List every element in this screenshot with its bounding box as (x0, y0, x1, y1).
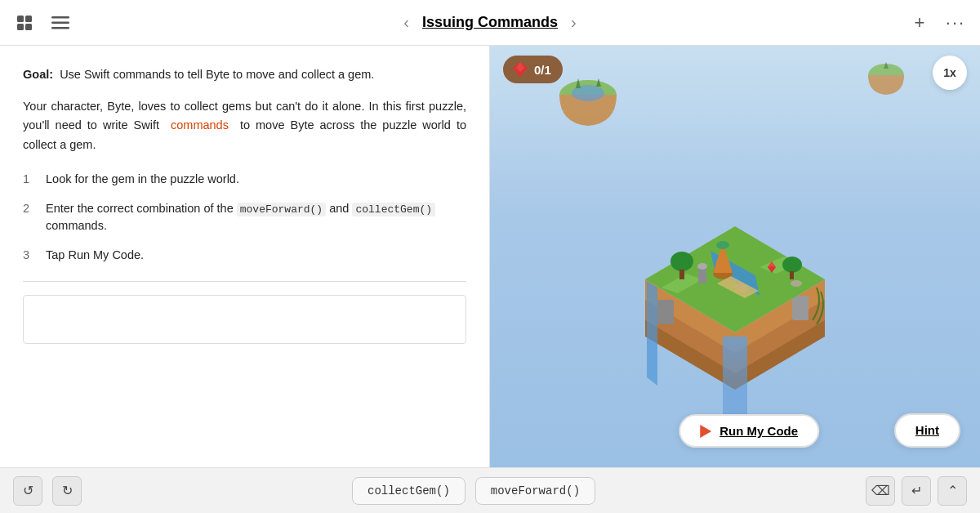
gem-counter: 0/1 (503, 56, 563, 83)
move-forward-button[interactable]: moveForward() (475, 477, 595, 505)
speed-button[interactable]: 1x (933, 56, 967, 90)
prev-arrow[interactable]: ‹ (399, 10, 414, 35)
svg-rect-5 (51, 21, 69, 24)
code-collect-gem: collectGem() (352, 203, 435, 216)
step-3-num: 3 (23, 247, 36, 265)
top-navigation: ‹ Issuing Commands › + ··· (0, 0, 980, 46)
gem-counter-text: 0/1 (534, 63, 551, 77)
svg-point-18 (716, 241, 729, 249)
bottom-right-icons: ⌫ ↵ ⌃ (866, 476, 967, 506)
collapse-button[interactable]: ⌃ (938, 476, 967, 506)
gem-icon (511, 60, 529, 78)
svg-rect-4 (51, 16, 69, 19)
svg-point-28 (791, 280, 802, 287)
add-icon[interactable]: + (908, 11, 931, 34)
svg-rect-0 (17, 16, 24, 22)
svg-rect-24 (790, 271, 794, 279)
step-1: 1 Look for the gem in the puzzle world. (23, 171, 466, 189)
hint-button[interactable]: Hint (894, 413, 960, 448)
next-arrow[interactable]: › (566, 10, 581, 35)
step-2-num: 2 (23, 200, 36, 218)
nav-icons-left (13, 11, 72, 34)
run-my-code-button[interactable]: Run My Code (679, 414, 819, 448)
undo-button[interactable]: ↺ (13, 476, 42, 506)
nav-icons-right: + ··· (908, 11, 967, 34)
code-move-forward: moveForward() (237, 203, 326, 216)
goal-label: Goal: (23, 68, 53, 81)
run-button-label: Run My Code (719, 424, 798, 438)
list-icon[interactable] (49, 11, 72, 34)
goal-text: Use Swift commands to tell Byte to move … (60, 68, 374, 81)
goal-paragraph: Goal: Use Swift commands to tell Byte to… (23, 65, 466, 84)
divider (23, 281, 466, 282)
body-paragraph: Your character, Byte, loves to collect g… (23, 97, 466, 154)
svg-rect-15 (657, 300, 674, 324)
commands-link[interactable]: commands (171, 118, 229, 132)
bottom-bar: ↺ ↻ collectGem() moveForward() ⌫ ↵ ⌃ (0, 467, 980, 513)
redo-button[interactable]: ↻ (52, 476, 82, 506)
step-1-num: 1 (23, 171, 36, 189)
delete-button[interactable]: ⌫ (866, 476, 895, 506)
floating-island-2 (866, 62, 906, 99)
step-2-content: Enter the correct combination of the mov… (46, 200, 466, 236)
svg-point-21 (670, 252, 693, 271)
right-panel: 0/1 1x (490, 46, 980, 467)
step-1-text: Look for the gem in the puzzle world. (46, 171, 466, 189)
step-3: 3 Tap Run My Code. (23, 247, 466, 265)
svg-rect-16 (792, 296, 808, 320)
code-input-area[interactable] (23, 295, 466, 344)
steps-list: 1 Look for the gem in the puzzle world. … (23, 171, 466, 265)
svg-point-23 (782, 256, 802, 273)
svg-rect-6 (51, 27, 69, 29)
enter-button[interactable]: ↵ (902, 476, 931, 506)
step-2: 2 Enter the correct combination of the m… (23, 200, 466, 236)
svg-point-26 (697, 263, 707, 270)
game-world: 0/1 1x (490, 46, 980, 467)
svg-rect-3 (25, 24, 32, 30)
page-title: Issuing Commands (422, 14, 558, 31)
grid-icon[interactable] (13, 11, 36, 34)
play-icon (700, 425, 711, 438)
svg-rect-1 (25, 16, 32, 22)
svg-rect-22 (679, 270, 684, 279)
nav-center: ‹ Issuing Commands › (399, 10, 581, 35)
hint-button-label: Hint (915, 423, 939, 437)
more-icon[interactable]: ··· (944, 11, 967, 34)
collect-gem-button[interactable]: collectGem() (352, 477, 466, 505)
step-3-text: Tap Run My Code. (46, 247, 466, 265)
main-content: Goal: Use Swift commands to tell Byte to… (0, 46, 980, 467)
left-panel: Goal: Use Swift commands to tell Byte to… (0, 46, 490, 467)
svg-rect-2 (17, 24, 24, 30)
